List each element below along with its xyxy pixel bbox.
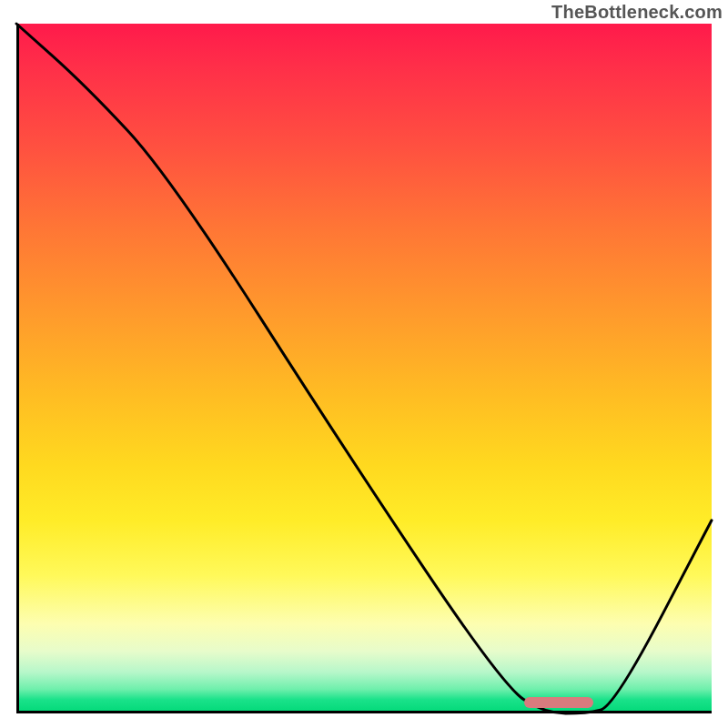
- attribution-label: TheBottleneck.com: [551, 2, 723, 23]
- optimal-range-marker: [524, 697, 593, 708]
- plot-area: [16, 24, 712, 713]
- chart-container: TheBottleneck.com: [0, 0, 728, 728]
- bottleneck-curve: [16, 24, 712, 713]
